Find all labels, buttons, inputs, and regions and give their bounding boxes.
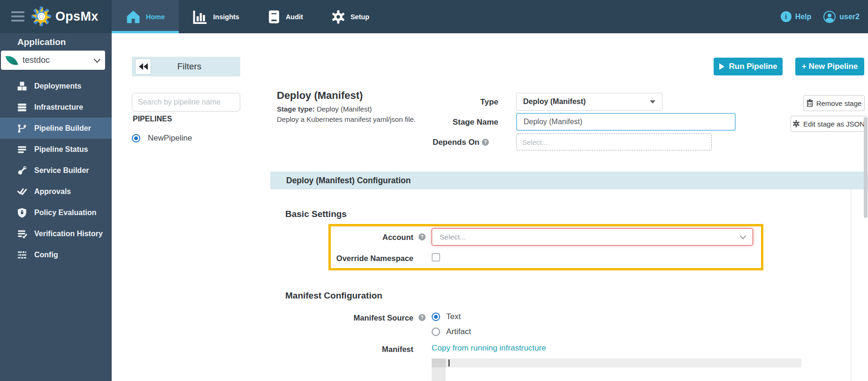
manifest-text-editor[interactable] [432,359,801,381]
sidebar-item-pipeline-status[interactable]: Pipeline Status [0,139,112,160]
account-help-icon[interactable]: ? [419,233,426,240]
config-sliders-icon [17,250,27,260]
rewind-icon [144,63,148,70]
rewind-icon [139,63,143,70]
editor-text-cursor [449,359,449,366]
sidebar-item-label: Verification History [34,230,103,238]
pipeline-builder-branch-icon [17,123,27,134]
pipelines-heading: PIPELINES [133,115,172,123]
pipeline-name: NewPipeline [148,134,192,143]
top-navbar: OpsMx Home Insights [0,0,868,33]
new-pipeline-button[interactable]: + New Pipeline [795,58,864,75]
insights-bar-chart-icon [193,10,208,24]
username: user2 [839,13,860,21]
filters-title: Filters [151,61,228,72]
stage-type-select[interactable]: Deploy (Manifest) [516,93,662,111]
copy-from-running-infrastructure-link[interactable]: Copy from running infrastructure [432,344,546,353]
vertical-scrollbar-thumb[interactable] [864,117,868,218]
manifest-label: Manifest [290,345,413,354]
sidebar-item-pipeline-builder[interactable]: Pipeline Builder [0,118,112,139]
user-avatar-icon [823,11,836,23]
stage-type-line: Stage type: Deploy (Manifest) [277,105,372,113]
sidebar-item-deployments[interactable]: Deployments [0,75,112,97]
depends-on-help-icon[interactable]: ? [482,139,489,146]
sidebar-item-infrastructure[interactable]: Infrastructure [0,97,112,118]
remove-stage-label: Remove stage [816,99,862,107]
depends-on-placeholder: Select... [522,138,548,146]
override-namespace-checkbox[interactable] [432,253,440,261]
chevron-down-icon [740,233,746,239]
depends-on-label: Depends On? [365,138,489,147]
sidebar-item-verification-history[interactable]: Verification History [0,223,112,244]
stage-type-select-value: Deploy (Manifest) [523,97,650,106]
verification-history-list-check-icon [17,229,27,239]
sidebar-item-config[interactable]: Config [0,244,112,265]
pipeline-radio[interactable] [132,134,140,142]
type-label: Type [375,97,498,107]
help-button[interactable]: i Help [781,11,812,22]
collapse-filters-button[interactable] [136,59,151,74]
user-menu[interactable]: user2 [823,11,860,23]
sidebar-item-label: Policy Evaluation [34,209,96,217]
trash-icon [807,99,813,107]
chevron-down-icon [94,56,100,62]
nav-tabs: Home Insights Audit [112,0,383,33]
editor-gutter [432,359,446,367]
home-icon [126,10,141,24]
tab-label: Audit [286,13,303,21]
artifact-radio-label: Artifact [446,327,471,336]
new-pipeline-label: + New Pipeline [802,62,858,71]
pipeline-search-input[interactable] [132,93,240,112]
tab-insights[interactable]: Insights [179,0,253,33]
hamburger-menu-icon[interactable] [11,11,24,22]
basic-settings-heading: Basic Settings [285,209,347,219]
tab-label: Home [146,13,165,21]
tab-audit[interactable]: Audit [253,0,317,33]
run-pipeline-label: Run Pipeline [729,62,777,71]
manifest-source-option-text[interactable]: Text [432,312,461,321]
editor-gutter [432,367,446,381]
tab-setup[interactable]: Setup [317,0,383,33]
sidebar-item-approvals[interactable]: Approvals [0,181,112,202]
audit-book-icon [267,10,281,24]
depends-on-select[interactable]: Select... [516,134,712,150]
stage-type-value: Deploy (Manifest) [317,105,372,113]
account-placeholder: Select... [440,233,741,241]
policy-shield-icon [17,208,27,218]
application-name: testdoc [23,55,95,65]
main-content: Filters PIPELINES NewPipeline Deploy (Ma… [112,33,868,381]
edit-stage-json-button[interactable]: Edit stage as JSON [791,116,867,132]
service-builder-wrench-icon [17,165,27,176]
manifest-source-option-artifact[interactable]: Artifact [432,327,471,336]
run-pipeline-button[interactable]: Run Pipeline [714,58,783,75]
sidebar-item-policy-evaluation[interactable]: Policy Evaluation [0,202,112,223]
account-label: Account [290,233,413,242]
play-icon [719,63,724,70]
sidebar-item-service-builder[interactable]: Service Builder [0,160,112,181]
sidebar-item-label: Config [34,251,58,259]
navbar-right: i Help user2 [781,0,860,33]
manifest-source-label: Manifest Source [276,314,413,322]
text-radio-label: Text [446,312,461,321]
tab-label: Setup [350,13,369,21]
opsmx-app: OpsMx Home Insights [0,0,868,381]
account-select[interactable]: Select... [432,228,753,246]
override-namespace-label: Override Namespace [290,254,413,263]
gear-icon [792,120,800,127]
text-radio[interactable] [432,313,440,321]
manifest-configuration-heading: Manifest Configuration [285,291,382,301]
remove-stage-button[interactable]: Remove stage [803,95,865,111]
tab-home[interactable]: Home [112,0,179,33]
editor-active-line [432,359,801,367]
stage-name-input[interactable] [516,113,736,131]
opsmx-logo: OpsMx [31,6,99,27]
application-leaf-icon [5,53,18,67]
filters-panel-header[interactable]: Filters [132,57,240,76]
pipeline-list-item[interactable]: NewPipeline [132,134,192,143]
setup-gear-icon [331,10,345,24]
application-selector[interactable]: testdoc [1,51,105,70]
manifest-source-help-icon[interactable]: ? [419,314,426,321]
artifact-radio[interactable] [432,328,440,336]
sidebar-items: Deployments Infrastructure Pipeline Buil… [0,75,112,265]
application-section-label: Application [17,37,66,47]
